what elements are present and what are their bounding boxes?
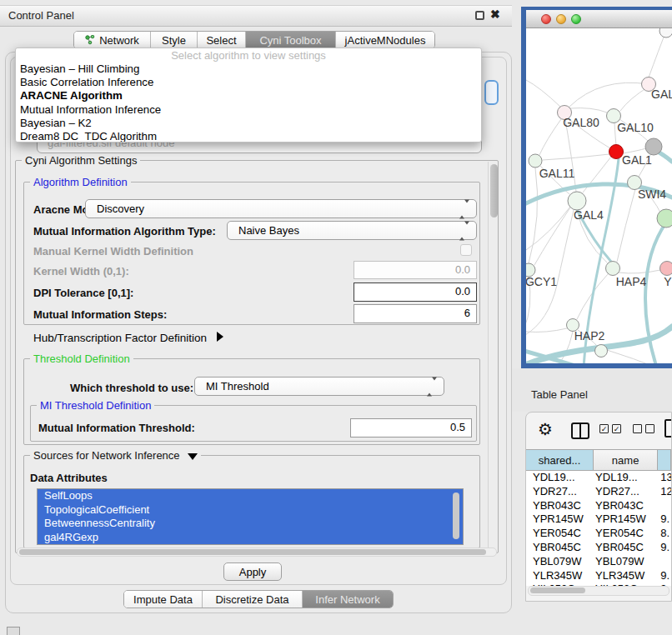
network-edge[interactable]: [529, 168, 538, 263]
table-row[interactable]: YDR27...YDR27...12: [526, 485, 671, 499]
data-attributes-label: Data Attributes: [30, 472, 108, 484]
table-cell: YLR345W: [526, 569, 594, 583]
spinner-arrows-icon: [459, 224, 469, 237]
threshold-definition-title: Threshold Definition: [30, 352, 133, 365]
network-node[interactable]: [609, 145, 624, 159]
table-row[interactable]: YBL079WYBL079W: [526, 555, 671, 569]
hub-tf-definition-toggle[interactable]: Hub/Transcription Factor Definition: [33, 332, 223, 344]
data-attribute-item[interactable]: SelfLoops: [38, 489, 463, 503]
network-edge[interactable]: [614, 122, 616, 145]
network-node[interactable]: [595, 345, 608, 358]
network-edge[interactable]: [526, 80, 560, 107]
network-edge[interactable]: [565, 119, 576, 192]
tab-impute-data[interactable]: Impute Data: [124, 591, 203, 608]
algorithm-option[interactable]: Dream8 DC_TDC Algorithm: [16, 130, 481, 142]
settings-gear-icon[interactable]: ⚙: [538, 419, 553, 439]
mi-type-combo[interactable]: Naive Bayes: [227, 221, 477, 240]
close-icon[interactable]: ✖: [490, 8, 500, 21]
network-node-label: GAL: [651, 88, 672, 101]
table-scroll-thumb[interactable]: [530, 588, 585, 593]
tab-infer-network[interactable]: Infer Network: [303, 591, 393, 608]
network-node[interactable]: [659, 28, 672, 38]
column-header-partial[interactable]: [658, 449, 671, 471]
document-icon[interactable]: [664, 419, 672, 438]
close-traffic-light-icon[interactable]: [541, 14, 551, 24]
table-horizontal-scrollbar[interactable]: [528, 586, 669, 596]
network-edge[interactable]: [617, 189, 635, 262]
network-node[interactable]: [657, 209, 672, 228]
network-edge[interactable]: [534, 208, 570, 265]
tab-cyni-toolbox[interactable]: Cyni Toolbox: [246, 32, 336, 48]
table-cell: 9.: [658, 512, 671, 527]
algorithm-option[interactable]: Bayesian – Hill Climbing: [16, 62, 481, 76]
control-panel-titlebar: [0, 5, 512, 27]
algorithm-option[interactable]: Basic Correlation Inference: [16, 76, 481, 89]
table-row[interactable]: YBR045CYBR045C9.: [526, 541, 671, 555]
tab-network[interactable]: Network: [74, 32, 151, 48]
zoom-traffic-light-icon[interactable]: [571, 14, 581, 24]
table-row[interactable]: YBR043CYBR043C: [526, 499, 671, 513]
settings-group-title: Cyni Algorithm Settings: [22, 154, 140, 167]
table-cell: [658, 555, 671, 569]
network-edge[interactable]: [649, 31, 666, 78]
table-row[interactable]: YDL19...YDL19...13: [526, 471, 671, 485]
attr-items-container: SelfLoopsTopologicalCoefficientBetweenne…: [38, 489, 463, 544]
network-edge[interactable]: [526, 207, 570, 250]
manual-kernel-checkbox[interactable]: [460, 244, 472, 256]
network-canvas[interactable]: GALGAL80GAL10GAL1GAL11SWI4GAL4GCY1HAP4YH…: [526, 28, 672, 363]
mi-steps-field[interactable]: 6: [354, 304, 477, 323]
table-row[interactable]: YLR345WYLR345W9.: [526, 569, 671, 583]
kernel-width-label: Kernel Width (0,1):: [33, 265, 129, 278]
split-view-icon[interactable]: [571, 422, 589, 439]
table-cell: [658, 499, 671, 513]
which-threshold-combo[interactable]: MI Threshold: [194, 377, 444, 396]
mi-threshold-field[interactable]: 0.5: [350, 418, 472, 438]
algorithm-option[interactable]: Bayesian – K2: [16, 117, 481, 130]
collapsed-panel-icon[interactable]: [7, 627, 20, 635]
settings-vertical-scrollbar[interactable]: [488, 162, 498, 552]
table-cell: YDR27...: [526, 485, 594, 499]
apply-button[interactable]: Apply: [223, 562, 282, 581]
tab-discretize-data[interactable]: Discretize Data: [203, 591, 303, 608]
network-edge[interactable]: [539, 119, 561, 155]
algorithm-popup-list: Bayesian – Hill ClimbingBasic Correlatio…: [16, 62, 481, 142]
data-attribute-item[interactable]: BetweennessCentrality: [38, 517, 463, 531]
table-cell: 9.: [658, 541, 671, 555]
network-node[interactable]: [660, 262, 672, 276]
spinner-arrows-icon: [459, 202, 469, 215]
horizontal-scroll-thumb[interactable]: [19, 549, 486, 555]
table-cell: YDR27...: [594, 485, 658, 499]
tab-jactivemnodules[interactable]: jActiveMNodules: [336, 32, 434, 48]
network-node[interactable]: [645, 138, 662, 155]
settings-horizontal-scrollbar[interactable]: [17, 548, 497, 557]
network-node[interactable]: [529, 154, 542, 168]
network-edge[interactable]: [543, 154, 609, 160]
network-node[interactable]: [606, 262, 620, 276]
data-attribute-item[interactable]: TopologicalCoefficient: [38, 503, 463, 518]
tab-style[interactable]: Style: [151, 32, 198, 48]
network-node[interactable]: [568, 192, 586, 210]
data-attributes-list[interactable]: SelfLoopsTopologicalCoefficientBetweenne…: [37, 488, 464, 545]
column-header-shared-name[interactable]: shared...: [526, 449, 594, 471]
algorithm-option[interactable]: ARACNE Algorithm: [16, 89, 481, 102]
table-row[interactable]: YPR145WYPR145W9.: [526, 512, 671, 527]
kernel-width-field[interactable]: 0.0: [354, 261, 477, 279]
algorithm-option[interactable]: Mutual Information Inference: [16, 103, 481, 117]
table-row[interactable]: YER054CYER054C8.: [526, 527, 671, 541]
minimize-traffic-light-icon[interactable]: [556, 14, 566, 24]
table-cell: 9.: [658, 569, 671, 583]
settings-scroll-thumb[interactable]: [490, 164, 498, 218]
attributes-scroll-thumb[interactable]: [453, 492, 459, 539]
network-edge[interactable]: [570, 108, 607, 112]
float-panel-icon[interactable]: [475, 11, 484, 20]
which-threshold-label: Which threshold to use:: [70, 382, 193, 394]
dpi-tolerance-field[interactable]: 0.0: [354, 282, 477, 302]
network-window-titlebar[interactable]: [526, 10, 672, 28]
table-cell: YPR145W: [526, 512, 594, 527]
data-attribute-item[interactable]: gal4RGexp: [38, 531, 463, 545]
tab-select[interactable]: Select: [198, 32, 246, 48]
table-cell: YER054C: [526, 527, 594, 541]
column-header-name[interactable]: name: [594, 449, 658, 471]
aracne-mode-combo[interactable]: Discovery: [85, 199, 477, 218]
network-edge[interactable]: [619, 270, 660, 273]
